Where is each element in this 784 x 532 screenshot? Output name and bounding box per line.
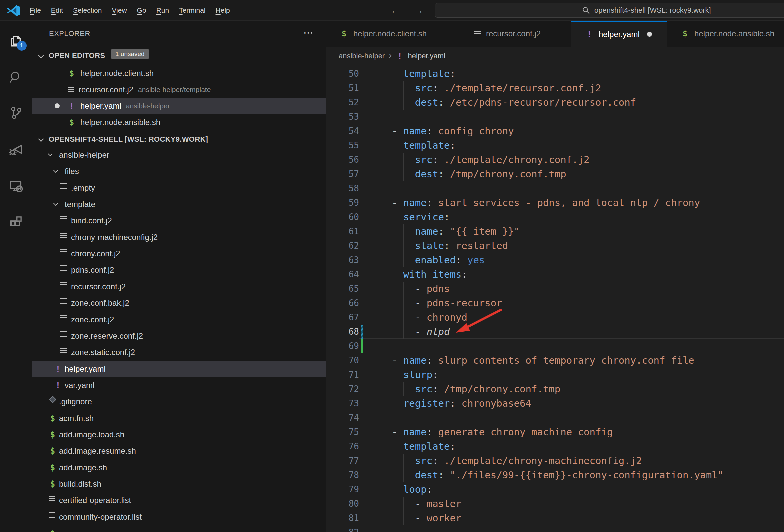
nav-back-icon[interactable]: ← <box>389 5 401 17</box>
tree-item[interactable]: zone.static.conf.j2 <box>32 344 326 360</box>
line-number: 67 <box>326 310 359 325</box>
tree-item[interactable]: chrony.conf.j2 <box>32 245 326 262</box>
code-line[interactable]: 62 state: restarted <box>326 239 784 253</box>
code-line[interactable]: 57 dest: /tmp/chrony.conf.tmp <box>326 167 784 181</box>
search-view-icon[interactable] <box>0 61 32 93</box>
menu-go[interactable]: Go <box>132 4 151 17</box>
menu-view[interactable]: View <box>107 4 132 17</box>
tree-item[interactable]: bind.conf.j2 <box>32 212 326 229</box>
workspace-header[interactable]: OPENSHIFT4-SHELL [WSL: ROCKY9.WORK] <box>32 130 326 149</box>
chevron-down-icon <box>38 136 44 142</box>
code-line[interactable]: 53 <box>326 110 784 124</box>
breadcrumb-file[interactable]: helper.yaml <box>408 52 446 60</box>
code-line[interactable]: 74 <box>326 411 784 425</box>
tree-item[interactable]: pdns.conf.j2 <box>32 262 326 278</box>
code-line[interactable]: 59 - name: start services - pdns, and lo… <box>326 196 784 210</box>
tab-recursor.conf.j2[interactable]: recursor.conf.j2 <box>460 21 571 47</box>
explorer-icon[interactable]: 1 <box>0 25 32 57</box>
line-number: 63 <box>326 253 359 267</box>
tree-item[interactable]: .empty <box>32 180 326 196</box>
remote-explorer-icon[interactable] <box>0 170 32 202</box>
tree-item[interactable]: zone.conf.bak.j2 <box>32 295 326 311</box>
breadcrumb[interactable]: ansible-helper › ! helper.yaml <box>326 47 784 65</box>
menu-terminal[interactable]: Terminal <box>174 4 210 17</box>
extensions-icon[interactable] <box>0 206 32 238</box>
code-line[interactable]: 66 - pdns-recursor <box>326 296 784 310</box>
code-line[interactable]: 75 - name: generate chrony machine confi… <box>326 425 784 439</box>
tab-helper.node.client.sh[interactable]: $helper.node.client.sh <box>326 21 460 47</box>
open-editor-item[interactable]: $helper.node.ansible.sh <box>32 114 326 130</box>
command-center-title: openshift4-shell [WSL: rocky9.work] <box>594 6 711 15</box>
code-line[interactable]: 65 - pdns <box>326 282 784 296</box>
code-line[interactable]: 60 service: <box>326 210 784 224</box>
tree-item[interactable]: files <box>32 163 326 179</box>
menu-run[interactable]: Run <box>151 4 174 17</box>
tree-item[interactable]: !helper.yaml <box>32 361 326 377</box>
breadcrumb-folder[interactable]: ansible-helper <box>339 52 385 60</box>
tree-item[interactable]: $add.image.load.sh <box>32 426 326 443</box>
tree-item[interactable]: .gitignore <box>32 393 326 410</box>
tree-item[interactable]: $add.image.resume.sh <box>32 443 326 459</box>
open-editor-item[interactable]: !helper.yamlansible-helper <box>32 98 326 114</box>
tab-helper.yaml[interactable]: !helper.yaml <box>571 21 667 47</box>
open-editor-item[interactable]: $helper.node.client.sh <box>32 65 326 81</box>
code-line[interactable]: 73 register: chronybase64 <box>326 396 784 411</box>
menu-file[interactable]: File <box>25 4 46 17</box>
code-line[interactable]: 77 src: ./template/chrony-machineconfig.… <box>326 454 784 468</box>
menu-edit[interactable]: Edit <box>46 4 68 17</box>
code-line[interactable]: 52 dest: /etc/pdns-recursor/recursor.con… <box>326 95 784 110</box>
tree-item[interactable]: $build.dist.sh <box>32 476 326 492</box>
tree-item[interactable]: $acm.fn.sh <box>32 410 326 426</box>
menu-help[interactable]: Help <box>211 4 235 17</box>
tree-item[interactable]: template <box>32 196 326 212</box>
explorer-more-actions-icon[interactable]: ⋯ <box>303 27 313 38</box>
text-file-icon <box>60 298 67 304</box>
code-line[interactable]: 64 with_items: <box>326 267 784 282</box>
code-line[interactable]: 81 - worker <box>326 511 784 525</box>
tree-item[interactable]: $add.image.sh <box>32 459 326 476</box>
editor-group: $helper.node.client.shrecursor.conf.j2!h… <box>326 21 784 532</box>
tree-item[interactable]: zone.reserve.conf.j2 <box>32 328 326 344</box>
code-line[interactable]: 71 slurp: <box>326 368 784 382</box>
code-line[interactable]: 63 enabled: yes <box>326 253 784 267</box>
code-line[interactable]: 69 <box>326 339 784 353</box>
tree-item[interactable]: !var.yaml <box>32 377 326 393</box>
tree-item[interactable]: chrony-machineconfig.j2 <box>32 229 326 245</box>
nav-forward-icon[interactable]: → <box>413 5 425 17</box>
tree-item[interactable]: community-operator.list <box>32 509 326 525</box>
code-line[interactable]: 51 src: ./template/recursor.conf.j2 <box>326 81 784 95</box>
tab-helper.node.ansible.sh[interactable]: $helper.node.ansible.sh <box>667 21 784 47</box>
tree-item[interactable]: certified-operator.list <box>32 492 326 508</box>
code-editor[interactable]: 50 template:51 src: ./template/recursor.… <box>326 65 784 532</box>
explorer-sidebar: EXPLORER ⋯ OPEN EDITORS 1 unsaved $helpe… <box>32 21 326 532</box>
code-line[interactable]: 68 - ntpd <box>326 325 784 339</box>
source-control-icon[interactable] <box>0 97 32 129</box>
tree-item[interactable]: recursor.conf.j2 <box>32 278 326 295</box>
code-line[interactable]: 78 dest: "./files/99-{{item}}-chrony-con… <box>326 468 784 482</box>
code-line[interactable]: 54 - name: config chrony <box>326 124 784 138</box>
code-line[interactable]: 58 <box>326 181 784 196</box>
code-line[interactable]: 76 template: <box>326 439 784 454</box>
code-line[interactable]: 56 src: ./template/chrony.conf.j2 <box>326 153 784 167</box>
tree-item[interactable]: ansible-helper <box>32 147 326 163</box>
code-line[interactable]: 50 template: <box>326 67 784 81</box>
tree-item[interactable]: $ <box>32 525 326 532</box>
code-line[interactable]: 79 loop: <box>326 482 784 497</box>
code-line[interactable]: 67 - chronyd <box>326 310 784 325</box>
dirty-dot-icon <box>647 32 652 37</box>
tree-item[interactable]: zone.conf.j2 <box>32 311 326 328</box>
command-center[interactable]: openshift4-shell [WSL: rocky9.work] <box>435 3 784 18</box>
menu-selection[interactable]: Selection <box>68 4 107 17</box>
code-line[interactable]: 82 <box>326 525 784 532</box>
code-line[interactable]: 80 - master <box>326 497 784 511</box>
open-editor-item[interactable]: recursor.conf.j2ansible-helper/template <box>32 81 326 98</box>
open-editors-header[interactable]: OPEN EDITORS 1 unsaved <box>32 47 326 65</box>
line-number: 62 <box>326 239 359 253</box>
code-line[interactable]: 72 src: /tmp/chrony.conf.tmp <box>326 382 784 396</box>
run-and-debug-icon[interactable] <box>0 133 32 165</box>
code-line[interactable]: 70 - name: slurp contents of temporary c… <box>326 353 784 368</box>
code-line[interactable]: 61 name: "{{ item }}" <box>326 224 784 239</box>
text-file-icon <box>60 249 67 255</box>
code-line[interactable]: 55 template: <box>326 138 784 153</box>
shell-file-icon: $ <box>68 118 76 127</box>
